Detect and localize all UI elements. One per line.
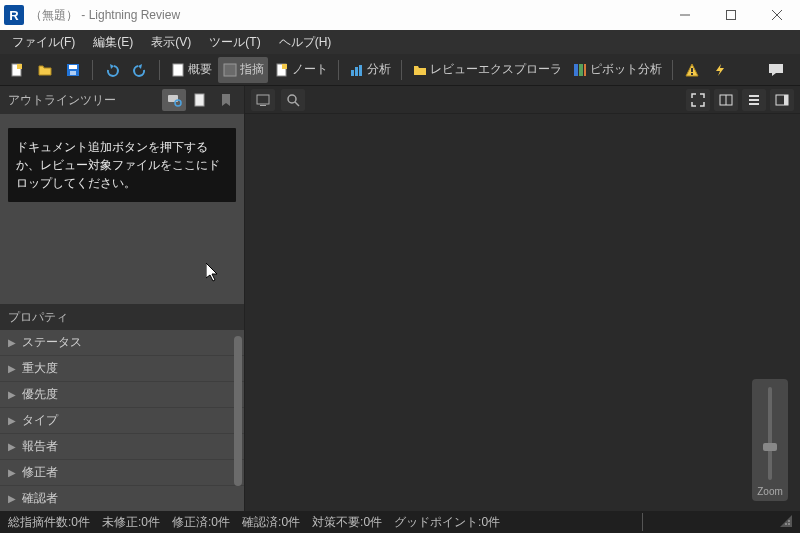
outline-body[interactable]: ドキュメント追加ボタンを押下するか、レビュー対象ファイルをここにドロップしてくだ…: [0, 114, 244, 304]
svg-rect-8: [70, 71, 76, 75]
overview-button[interactable]: 概要: [166, 57, 216, 83]
folder-open-icon: [37, 62, 53, 78]
status-good: グッドポイント:0件: [394, 514, 500, 531]
prop-label: 修正者: [22, 464, 58, 481]
window-controls: [662, 0, 800, 30]
minimize-button[interactable]: [662, 0, 708, 30]
left-pane: アウトラインツリー ドキュメント追加ボタンを押下するか、レビュー対象ファイルをこ…: [0, 86, 245, 511]
zoom-slider[interactable]: [768, 387, 772, 480]
prop-row-priority[interactable]: ▶優先度: [0, 382, 244, 408]
folder-icon: [412, 62, 428, 78]
resize-grip-icon[interactable]: [780, 515, 792, 530]
zoom-control: Zoom: [752, 379, 788, 501]
svg-rect-7: [69, 65, 77, 69]
menu-tools[interactable]: ツール(T): [201, 32, 268, 53]
prop-row-type[interactable]: ▶タイプ: [0, 408, 244, 434]
speech-bubble-icon: [767, 62, 783, 78]
chevron-right-icon: ▶: [8, 441, 16, 452]
status-input[interactable]: [642, 513, 762, 531]
properties-body: ▶ステータス ▶重大度 ▶優先度 ▶タイプ ▶報告者 ▶修正者 ▶確認者: [0, 330, 244, 511]
svg-rect-5: [17, 64, 22, 69]
zoom-thumb[interactable]: [763, 443, 777, 451]
close-button[interactable]: [754, 0, 800, 30]
right-pane: Zoom: [245, 86, 800, 511]
note-button[interactable]: ノート: [270, 57, 332, 83]
toolbar: 概要 指摘 ノート 分析 レビューエクスプローラ ピボット分析: [0, 54, 800, 86]
prop-row-confirmer[interactable]: ▶確認者: [0, 486, 244, 511]
warning-button[interactable]: [679, 57, 705, 83]
analysis-button[interactable]: 分析: [345, 57, 395, 83]
prop-label: 確認者: [22, 490, 58, 507]
status-fixed: 修正済:0件: [172, 514, 230, 531]
new-doc-icon: [9, 62, 25, 78]
prop-row-severity[interactable]: ▶重大度: [0, 356, 244, 382]
prop-row-status[interactable]: ▶ステータス: [0, 330, 244, 356]
note-icon: [274, 62, 290, 78]
toolbar-separator: [338, 60, 339, 80]
outline-title: アウトラインツリー: [8, 92, 160, 109]
prop-label: ステータス: [22, 334, 82, 351]
menu-view[interactable]: 表示(V): [143, 32, 199, 53]
outline-add-button[interactable]: [188, 89, 212, 111]
menu-edit[interactable]: 編集(E): [85, 32, 141, 53]
status-unfixed: 未修正:0件: [102, 514, 160, 531]
prop-row-reporter[interactable]: ▶報告者: [0, 434, 244, 460]
toolbar-separator: [672, 60, 673, 80]
status-not-needed: 対策不要:0件: [312, 514, 382, 531]
outline-filter-button[interactable]: [162, 89, 186, 111]
menu-file[interactable]: ファイル(F): [4, 32, 83, 53]
search-icon: [285, 92, 301, 108]
issue-button[interactable]: 指摘: [218, 57, 268, 83]
svg-rect-14: [355, 67, 358, 76]
open-button[interactable]: [32, 57, 58, 83]
prop-label: 重大度: [22, 360, 58, 377]
flash-icon: [712, 62, 728, 78]
split-h-button[interactable]: [714, 89, 738, 111]
main-area: アウトラインツリー ドキュメント追加ボタンを押下するか、レビュー対象ファイルをこ…: [0, 86, 800, 511]
prop-label: 優先度: [22, 386, 58, 403]
properties-header: プロパティ: [0, 304, 244, 330]
chevron-right-icon: ▶: [8, 337, 16, 348]
pivot-button[interactable]: ピボット分析: [568, 57, 666, 83]
outline-bookmark-button[interactable]: [214, 89, 238, 111]
svg-rect-1: [727, 11, 736, 20]
issue-icon: [222, 62, 238, 78]
toolbar-separator: [401, 60, 402, 80]
list-icon: [746, 92, 762, 108]
flash-button[interactable]: [707, 57, 733, 83]
warning-icon: [684, 62, 700, 78]
prop-row-fixer[interactable]: ▶修正者: [0, 460, 244, 486]
new-doc-button[interactable]: [4, 57, 30, 83]
view-layout-button[interactable]: [251, 89, 275, 111]
review-explorer-label: レビューエクスプローラ: [430, 61, 562, 78]
save-icon: [65, 62, 81, 78]
svg-rect-18: [584, 64, 586, 76]
comment-button[interactable]: [762, 57, 788, 83]
redo-button[interactable]: [127, 57, 153, 83]
properties-scrollbar[interactable]: [234, 336, 242, 486]
note-label: ノート: [292, 61, 328, 78]
undo-button[interactable]: [99, 57, 125, 83]
toolbar-separator: [92, 60, 93, 80]
review-explorer-button[interactable]: レビューエクスプローラ: [408, 57, 566, 83]
maximize-button[interactable]: [708, 0, 754, 30]
menu-help[interactable]: ヘルプ(H): [271, 32, 340, 53]
list-view-button[interactable]: [742, 89, 766, 111]
chevron-right-icon: ▶: [8, 493, 16, 504]
fullscreen-button[interactable]: [686, 89, 710, 111]
prop-label: 報告者: [22, 438, 58, 455]
svg-rect-24: [257, 95, 269, 104]
save-button[interactable]: [60, 57, 86, 83]
status-confirmed: 確認済:0件: [242, 514, 300, 531]
undo-icon: [104, 62, 120, 78]
canvas[interactable]: Zoom: [245, 114, 800, 511]
titlebar: R （無題） - Lightning Review: [0, 0, 800, 30]
svg-point-26: [288, 95, 296, 103]
svg-rect-12: [282, 64, 287, 69]
svg-rect-10: [224, 64, 236, 76]
status-total: 総指摘件数:0件: [8, 514, 90, 531]
svg-rect-13: [351, 70, 354, 76]
panel-right-button[interactable]: [770, 89, 794, 111]
search-button[interactable]: [281, 89, 305, 111]
document-add-icon: [192, 92, 208, 108]
